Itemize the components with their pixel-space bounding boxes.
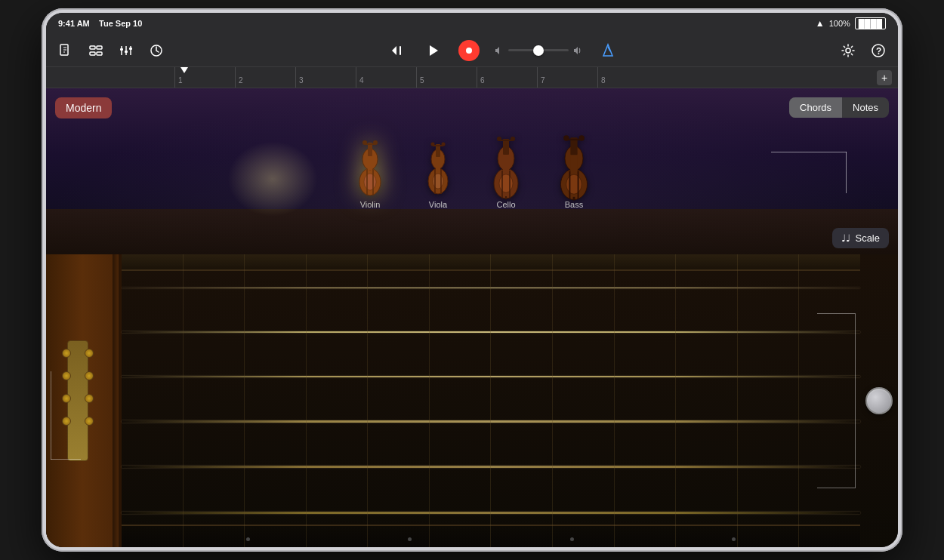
stage-floor [46,209,898,254]
ruler-mark-6: 6 [477,67,537,88]
guitar-neck [46,254,122,547]
chords-button[interactable]: Chords [789,97,842,118]
svg-text:?: ? [876,46,881,57]
svg-point-31 [433,174,443,189]
metronome-button[interactable] [597,40,619,61]
violin-label: Violin [360,200,381,209]
preset-label: Modern [66,102,101,114]
rewind-button[interactable] [386,40,407,61]
tuning-peg-1 [62,349,71,358]
guitar-string-2[interactable] [122,331,860,333]
ipad-frame: 9:41 AM Tue Sep 10 ▲ 100% ████ [42,8,902,552]
chords-notes-toggle: Chords Notes [789,97,889,118]
scale-icon: ♩♩ [841,232,850,244]
svg-point-21 [364,174,376,190]
help-button[interactable]: ? [868,40,889,61]
svg-point-27 [373,140,378,145]
svg-rect-3 [90,52,95,55]
chords-label: Chords [800,102,831,113]
tuning-peg-6 [85,394,94,403]
svg-point-41 [499,174,513,192]
tuning-peg-4 [85,371,94,380]
svg-point-37 [442,143,446,146]
cello-image [487,137,525,197]
svg-rect-1 [90,46,95,49]
battery-display: 100% [829,19,850,28]
svg-point-46 [497,137,501,141]
play-button[interactable] [422,40,443,61]
preset-button[interactable]: Modern [55,97,112,118]
strings-section: Modern Chords Notes [46,88,898,254]
svg-rect-8 [120,48,123,51]
toolbar: ? [46,34,898,67]
instrument-violin[interactable]: Violin [351,137,389,209]
status-indicators: ▲ 100% ████ [816,17,886,29]
mixer-button[interactable] [116,40,137,61]
viola-image [419,137,457,197]
svg-point-13 [466,48,472,54]
guitar-nut [113,254,119,547]
volume-thumb[interactable] [533,45,544,56]
tuning-peg-plate [67,340,88,461]
annotation-line-v [846,152,847,193]
ruler-mark-4: 4 [356,67,416,88]
instrument-cello[interactable]: Cello [487,137,525,209]
bass-image [555,137,593,197]
ruler-mark-3: 3 [295,67,356,88]
cello-label: Cello [496,200,515,209]
status-bar: 9:41 AM Tue Sep 10 ▲ 100% ████ [46,13,898,34]
notes-label: Notes [853,102,878,113]
ipad-screen: 9:41 AM Tue Sep 10 ▲ 100% ████ [46,13,898,547]
svg-point-15 [846,48,850,53]
volume-slider[interactable] [495,46,582,55]
guitar-section[interactable] [46,254,898,547]
fret-dots-row [122,537,860,541]
battery-icon: ████ [855,17,886,29]
wifi-icon: ▲ [816,18,825,29]
instrument-bass[interactable]: Bass [555,137,593,209]
record-button[interactable] [458,40,480,61]
svg-rect-9 [125,51,128,53]
svg-point-36 [431,143,435,146]
smart-controls-button[interactable] [146,40,167,61]
right-annotation-v [855,313,856,489]
fret-dot-2 [408,537,412,541]
volume-track[interactable] [508,49,569,51]
svg-rect-12 [400,46,401,55]
instruments-row: Violin [351,129,593,209]
tuning-peg-7 [62,417,71,426]
guitar-string-6[interactable] [122,512,860,515]
fret-dot-4 [732,537,736,541]
svg-point-58 [578,135,584,140]
playhead [184,67,185,88]
svg-rect-44 [503,139,509,155]
guitar-string-1[interactable] [122,288,860,288]
guitar-strings[interactable] [122,254,860,547]
scale-button[interactable]: ♩♩ Scale [832,228,889,248]
toolbar-right: ? [838,40,889,61]
new-track-button[interactable] [55,40,76,61]
guitar-string-5[interactable] [122,466,860,468]
tuning-peg-3 [62,371,71,380]
svg-rect-2 [97,46,102,49]
home-button[interactable] [865,387,893,414]
guitar-string-3[interactable] [122,376,860,377]
ruler-mark-8: 8 [597,67,658,88]
track-view-button[interactable] [85,40,106,61]
add-track-button[interactable]: + [877,70,892,85]
instrument-viola[interactable]: Viola [419,137,457,209]
tuning-peg-8 [85,417,94,426]
ruler-mark-5: 5 [416,67,477,88]
svg-point-52 [566,174,582,194]
guitar-string-4[interactable] [122,420,860,423]
svg-point-26 [362,140,367,145]
settings-button[interactable] [838,40,859,61]
violin-image [351,137,389,197]
ruler-mark-2: 2 [235,67,295,88]
right-annotation-h-bottom [817,488,855,488]
notes-button[interactable]: Notes [842,97,889,118]
toolbar-left [55,40,167,61]
right-annotation-h-top [817,313,855,314]
time-display: 9:41 AM [58,19,90,28]
svg-point-57 [563,135,569,140]
